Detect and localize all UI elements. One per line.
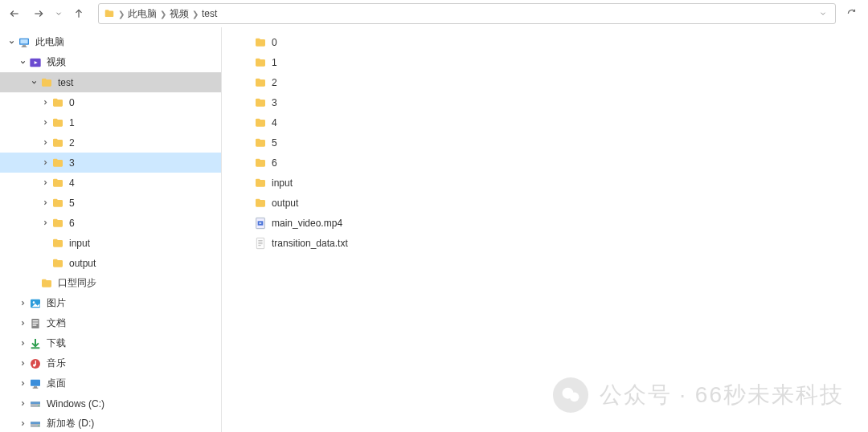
tree-item-label: 视频 (47, 55, 215, 69)
svg-rect-4 (20, 39, 27, 43)
svg-rect-14 (33, 322, 39, 323)
chevron-right-icon[interactable] (16, 300, 29, 307)
music-icon (29, 357, 42, 370)
tree-item-label: 图片 (47, 296, 215, 310)
file-name: 5 (272, 137, 862, 149)
tree-item[interactable]: 图片 (0, 293, 221, 313)
tree-item[interactable]: 下载 (0, 333, 221, 353)
tree-item[interactable]: 此电脑 (0, 32, 221, 52)
nav-bar: ❯ 此电脑 ❯ 视频 ❯ test (0, 0, 868, 27)
breadcrumb-seg[interactable]: 视频 ❯ (170, 7, 199, 21)
docs-icon (29, 317, 42, 330)
tree-item[interactable]: 4 (0, 173, 221, 193)
folder-icon (254, 56, 267, 69)
folder-icon (40, 277, 53, 290)
recent-locations-dropdown[interactable] (51, 2, 66, 25)
svg-rect-23 (33, 387, 39, 388)
tree-item[interactable]: 5 (0, 193, 221, 213)
breadcrumb-seg[interactable]: 此电脑 ❯ (128, 7, 166, 21)
folder-icon (254, 197, 267, 210)
chevron-right-icon[interactable] (16, 420, 29, 427)
chevron-right-icon[interactable] (39, 179, 51, 186)
breadcrumb-root-icon[interactable]: ❯ (104, 8, 125, 19)
tree-item[interactable]: 视频 (0, 52, 221, 72)
address-bar[interactable]: ❯ 此电脑 ❯ 视频 ❯ test (98, 3, 836, 24)
back-button[interactable] (3, 2, 26, 25)
tree-item[interactable]: 6 (0, 213, 221, 233)
chevron-right-icon[interactable] (39, 159, 51, 166)
chevron-right-icon: ❯ (118, 10, 125, 18)
tree-item[interactable]: 3 (0, 153, 221, 173)
nav-tree: 此电脑视频test0123456 input output 口型同步图片文档下载… (0, 27, 222, 432)
tree-item-label: 下载 (47, 336, 215, 350)
file-item[interactable]: 3 (222, 92, 868, 112)
tree-item[interactable]: 1 (0, 112, 221, 132)
file-item[interactable]: input (222, 173, 868, 193)
file-item[interactable]: 4 (222, 112, 868, 132)
tree-item-label: 桌面 (47, 377, 215, 390)
chevron-down-icon[interactable] (5, 39, 18, 46)
chevron-right-icon[interactable] (16, 320, 29, 327)
chevron-right-icon[interactable] (39, 99, 51, 106)
tree-item[interactable]: 音乐 (0, 353, 221, 373)
svg-rect-22 (34, 386, 37, 387)
forward-button[interactable] (27, 2, 50, 25)
tree-item-label: output (69, 258, 215, 269)
file-item[interactable]: output (222, 193, 868, 213)
chevron-right-icon[interactable] (16, 380, 29, 387)
svg-point-10 (33, 301, 35, 304)
folder-icon (254, 36, 267, 49)
tree-item[interactable]: test (0, 72, 221, 92)
tree-item[interactable]: 2 (0, 132, 221, 153)
tree-item[interactable]: input (0, 233, 221, 253)
file-name: 3 (272, 97, 862, 108)
svg-rect-20 (35, 361, 36, 365)
file-name: 4 (272, 117, 862, 128)
up-button[interactable] (68, 2, 90, 25)
chevron-right-icon[interactable] (39, 199, 51, 206)
file-item[interactable]: 0 (222, 32, 868, 52)
file-item[interactable]: main_video.mp4 (222, 213, 868, 233)
chevron-right-icon: ❯ (192, 10, 199, 18)
breadcrumb-label: 视频 (170, 7, 189, 21)
tree-item-label: 此电脑 (35, 35, 215, 49)
address-dropdown-icon[interactable] (816, 10, 830, 18)
tree-item[interactable]: 0 (0, 92, 221, 112)
file-name: 2 (272, 77, 862, 88)
tree-item[interactable]: 口型同步 (0, 273, 221, 293)
breadcrumb-seg[interactable]: test (202, 8, 217, 19)
chevron-down-icon[interactable] (16, 59, 29, 66)
chevron-right-icon[interactable] (16, 340, 29, 347)
tree-item-label: Windows (C:) (47, 398, 215, 410)
file-name: main_video.mp4 (272, 218, 862, 229)
tree-item[interactable]: Windows (C:) (0, 393, 221, 414)
video-icon (29, 56, 42, 69)
tree-item[interactable]: output (0, 253, 221, 273)
file-item[interactable]: 2 (222, 72, 868, 92)
chevron-down-icon[interactable] (27, 79, 40, 86)
svg-rect-28 (31, 422, 40, 424)
tree-item[interactable]: 新加卷 (D:) (0, 414, 221, 432)
file-item[interactable]: 6 (222, 153, 868, 173)
chevron-right-icon[interactable] (39, 219, 51, 226)
chevron-right-icon[interactable] (39, 139, 51, 146)
folder-icon (51, 137, 64, 149)
breadcrumb-label: 此电脑 (128, 7, 157, 21)
folder-icon (51, 157, 64, 169)
chevron-right-icon[interactable] (39, 119, 51, 126)
tree-item-label: 6 (69, 218, 215, 229)
svg-rect-13 (33, 320, 39, 321)
chevron-right-icon[interactable] (16, 360, 29, 367)
file-name: 6 (272, 157, 862, 169)
file-item[interactable]: transition_data.txt (222, 233, 868, 253)
tree-item[interactable]: 文档 (0, 313, 221, 333)
tree-item-label: 0 (69, 97, 215, 108)
chevron-right-icon[interactable] (16, 400, 29, 407)
file-item[interactable]: 1 (222, 52, 868, 72)
tree-item[interactable]: 桌面 (0, 373, 221, 393)
file-item[interactable]: 5 (222, 132, 868, 153)
videofile-icon (254, 217, 267, 230)
download-icon (29, 337, 42, 350)
tree-item-label: 新加卷 (D:) (47, 417, 215, 430)
refresh-button[interactable] (841, 3, 863, 24)
